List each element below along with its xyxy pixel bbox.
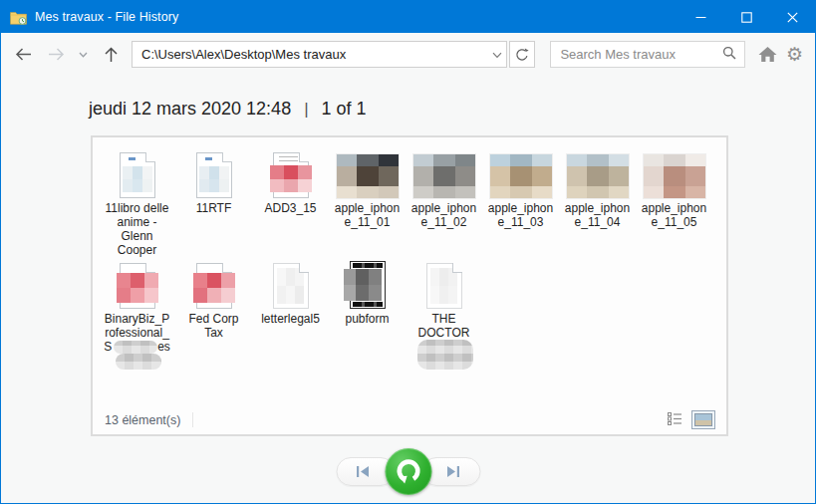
maximize-button[interactable] [723,1,769,33]
file-label: apple_iphone_11_03 [487,201,555,229]
chevron-down-icon [79,52,88,58]
file-item[interactable]: apple_iphone_11_02 [406,149,482,260]
file-history-app-icon [10,10,27,25]
view-toggle-group [668,410,715,429]
file-thumbnail [567,149,629,198]
file-thumbnail [644,149,705,198]
file-grid: 11libro delle anime - Glenn Cooper11RTFA… [93,137,726,405]
skip-next-icon [445,465,461,478]
file-item[interactable]: 11libro delle anime - Glenn Cooper [99,149,175,260]
search-placeholder: Search Mes travaux [560,47,676,62]
file-label: apple_iphone_11_02 [410,201,478,229]
forward-button[interactable] [48,47,65,62]
file-label: 11RTF [196,201,232,215]
file-item[interactable]: THE DOCTOR [406,260,482,371]
back-arrow-icon [15,47,32,62]
status-divider [192,412,193,427]
search-box[interactable]: Search Mes travaux [550,41,745,68]
file-label: apple_iphone_11_05 [641,201,708,229]
file-label: apple_iphone_11_01 [334,201,402,229]
file-thumbnail [196,260,232,309]
settings-button[interactable]: ⚙ [786,45,803,64]
status-bar: 13 élément(s) [93,405,726,434]
file-thumbnail [337,149,399,198]
address-path: C:\Users\Alex\Desktop\Mes travaux [141,47,346,62]
file-thumbnail [273,260,309,309]
forward-arrow-icon [48,47,65,62]
address-chevron-icon [492,52,502,59]
address-bar[interactable]: C:\Users\Alex\Desktop\Mes travaux [132,41,507,68]
file-label: BinaryBiz_Professional_Ses [104,312,171,370]
redaction-blur [417,340,473,370]
items-count: 13 élément(s) [105,413,180,427]
file-label: pubform [345,312,389,326]
file-thumbnail [413,149,475,198]
close-button[interactable] [769,1,815,33]
minimize-icon [695,12,706,23]
thumbnail-view-icon [694,413,712,426]
file-label: 11libro delle anime - Glenn Cooper [104,201,171,257]
file-item[interactable]: Fed Corp Tax [175,260,252,371]
file-label: apple_iphone_11_04 [564,201,632,229]
backup-date-header: jeudi 12 mars 2020 12:48 | 1 of 1 [89,99,815,120]
home-icon [758,46,777,63]
recent-locations-button[interactable] [79,52,88,58]
file-thumbnail [426,260,462,309]
titlebar: Mes travaux - File History [1,1,815,33]
address-dropdown-button[interactable] [492,47,502,62]
close-icon [787,12,798,23]
file-label: ADD3_15 [264,201,316,215]
file-thumbnail [120,149,155,198]
file-thumbnail [350,260,386,309]
search-icon[interactable] [722,46,736,63]
up-button[interactable] [104,47,119,63]
file-thumbnail [120,260,155,309]
details-view-button[interactable] [668,411,682,429]
file-item[interactable]: letterlegal5 [252,260,329,371]
gear-icon: ⚙ [786,43,803,65]
file-thumbnail [273,149,309,198]
navigation-toolbar: C:\Users\Alex\Desktop\Mes travaux Search… [1,33,815,76]
redaction-blur [116,354,161,370]
up-arrow-icon [104,47,119,63]
file-item[interactable]: apple_iphone_11_03 [482,149,559,260]
caption-buttons [678,1,815,33]
backup-pager: 1 of 1 [322,99,367,120]
window-title: Mes travaux - File History [35,10,178,24]
file-thumbnail [490,149,552,198]
file-item[interactable]: apple_iphone_11_05 [636,149,712,260]
file-label: Fed Corp Tax [180,312,248,340]
files-panel: 11libro delle anime - Glenn Cooper11RTFA… [91,135,728,436]
file-item[interactable]: BinaryBiz_Professional_Ses [99,260,175,371]
restore-navigation [336,448,480,495]
maximize-icon [741,12,752,23]
file-thumbnail [196,149,232,198]
restore-icon [395,458,421,485]
file-label: THE DOCTOR [410,312,478,370]
file-item[interactable]: 11RTF [175,149,252,260]
refresh-button[interactable] [509,41,536,68]
file-history-window: Mes travaux - File History C:\Us [0,0,816,504]
file-label: letterlegal5 [261,312,320,326]
header-separator: | [304,100,308,120]
backup-date: jeudi 12 mars 2020 12:48 [89,99,291,120]
refresh-icon [515,48,529,62]
skip-previous-icon [356,465,372,478]
redaction-blur [114,341,157,354]
file-item[interactable]: pubform [329,260,406,371]
file-item[interactable]: apple_iphone_11_04 [559,149,636,260]
thumbnail-view-button[interactable] [691,410,715,429]
restore-button[interactable] [385,448,431,495]
file-item[interactable]: ADD3_15 [252,149,329,260]
details-view-icon [668,412,682,425]
home-button[interactable] [758,46,777,63]
back-button[interactable] [15,47,32,62]
minimize-button[interactable] [678,1,723,33]
file-item[interactable]: apple_iphone_11_01 [329,149,406,260]
